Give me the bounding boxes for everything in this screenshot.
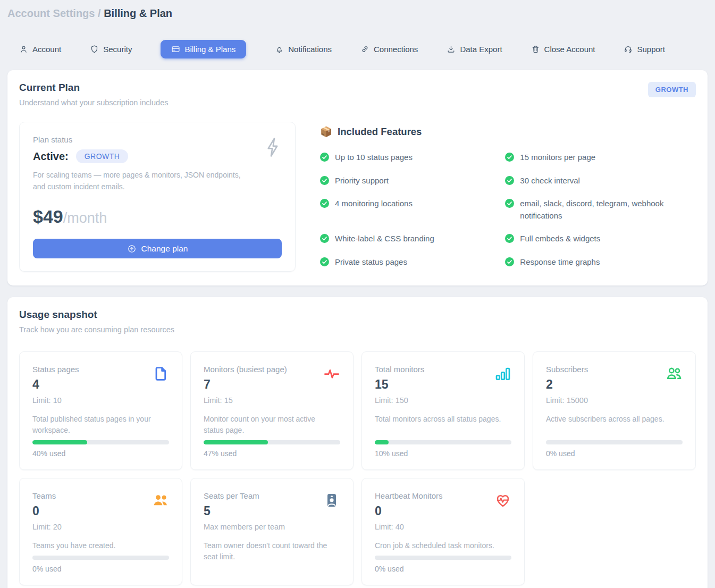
usage-percent-label: 40% used [32, 449, 169, 458]
usage-value: 15 [375, 377, 511, 392]
check-circle-icon [320, 257, 329, 266]
features-list: Up to 10 status pages 15 monitors per pa… [320, 152, 696, 268]
tab-label: Billing & Plans [184, 45, 235, 54]
usage-value: 7 [204, 377, 340, 392]
progress-track [204, 440, 340, 444]
breadcrumb-section[interactable]: Account Settings [7, 7, 95, 19]
check-circle-icon [320, 176, 329, 185]
progress-fill [375, 440, 389, 444]
usage-card-total-monitors: Total monitors 15 Limit: 150 Total monit… [361, 351, 525, 470]
progress-fill [32, 440, 87, 444]
tab-label: Security [103, 45, 132, 54]
settings-tab-bar: Account Security Billing & Plans Notific… [7, 40, 708, 58]
usage-percent-label: 0% used [375, 565, 511, 573]
usage-grid: Status pages 4 Limit: 10 Total published… [19, 351, 696, 585]
plan-description: For scaling teams — more pages & monitor… [33, 170, 251, 192]
usage-limit: Max members per team [204, 523, 340, 531]
usage-card-status-pages: Status pages 4 Limit: 10 Total published… [19, 351, 182, 470]
heartbeat-icon [494, 492, 511, 509]
download-icon [447, 45, 456, 54]
check-circle-icon [505, 257, 514, 266]
progress-track [375, 440, 511, 444]
progress-track [546, 440, 683, 444]
usage-card-monitors-busiest: Monitors (busiest page) 7 Limit: 15 Moni… [190, 351, 354, 470]
usage-snapshot-panel: Usage snapshot Track how you are consumi… [7, 297, 708, 588]
tab-support[interactable]: Support [624, 45, 665, 54]
trash-icon [531, 45, 540, 54]
usage-description: Active subscribers across all pages. [546, 414, 683, 436]
feature-item: email, slack, discord, telegram, webhook… [505, 198, 696, 222]
usage-card-subscribers: Subscribers 2 Limit: 15000 Active subscr… [533, 351, 696, 470]
usage-limit: Limit: 20 [32, 523, 169, 531]
usage-card-heartbeat-monitors: Heartbeat Monitors 0 Limit: 40 Cron job … [361, 478, 525, 585]
tab-close-account[interactable]: Close Account [531, 45, 595, 54]
plan-period: /month [63, 210, 107, 226]
tab-account[interactable]: Account [19, 45, 61, 54]
usage-limit: Limit: 10 [32, 396, 169, 405]
subscribers-icon [666, 365, 683, 382]
feature-item: 15 monitors per page [505, 152, 696, 164]
usage-percent-label: 0% used [546, 449, 683, 458]
tab-label: Connections [374, 45, 418, 54]
check-circle-icon [505, 153, 514, 162]
usage-description: Team owner doesn't count toward the seat… [204, 540, 340, 573]
usage-description: Cron job & scheduled task monitors. [375, 540, 511, 551]
plan-status-value: Active: [33, 150, 69, 163]
tab-label: Data Export [460, 45, 502, 54]
plan-tier-badge: GROWTH [648, 82, 696, 97]
id-badge-icon [323, 492, 340, 509]
feature-item: Up to 10 status pages [320, 152, 500, 164]
change-plan-label: Change plan [141, 244, 188, 254]
teams-icon [152, 492, 169, 509]
feature-item: White-label & CSS branding [320, 233, 500, 245]
feature-item: Response time graphs [505, 256, 696, 268]
usage-description: Total published status pages in your wor… [32, 414, 169, 436]
bar-chart-icon [494, 365, 511, 382]
document-icon [152, 365, 169, 382]
tab-notifications[interactable]: Notifications [275, 45, 332, 54]
plan-status-card: Plan status Active: GROWTH For scaling t… [19, 122, 296, 272]
usage-value: 0 [375, 504, 511, 518]
headset-icon [624, 45, 633, 54]
check-circle-icon [320, 234, 329, 243]
page-title: Billing & Plan [104, 7, 172, 19]
tab-connections[interactable]: Connections [360, 45, 418, 54]
usage-value: 4 [32, 377, 169, 392]
usage-description: Monitor count on your most active status… [204, 414, 340, 436]
pulse-icon [323, 365, 340, 382]
billing-plan-page: Account Settings / Billing & Plan Accoun… [0, 0, 715, 588]
check-circle-icon [505, 176, 514, 185]
usage-value: 2 [546, 377, 683, 392]
plan-price: $49 [33, 206, 63, 226]
tab-data-export[interactable]: Data Export [447, 45, 502, 54]
included-features-title: Included Features [338, 126, 422, 138]
progress-track [375, 556, 511, 560]
lightning-icon [263, 136, 282, 161]
usage-description: Total monitors across all status pages. [375, 414, 511, 436]
usage-limit: Limit: 15 [204, 396, 340, 405]
current-plan-subtitle: Understand what your subscription includ… [19, 98, 168, 107]
package-icon: 📦 [320, 126, 332, 138]
feature-item: 4 monitoring locations [320, 198, 500, 210]
usage-card-seats-per-team: Seats per Team 5 Max members per team Te… [190, 478, 354, 585]
link-icon [360, 45, 369, 54]
upgrade-arrow-icon [127, 244, 137, 254]
usage-card-teams: Teams 0 Limit: 20 Teams you have created… [19, 478, 182, 585]
current-plan-title: Current Plan [19, 82, 168, 94]
tab-label: Account [32, 45, 61, 54]
tab-security[interactable]: Security [90, 45, 132, 54]
feature-item: 30 check interval [505, 175, 696, 187]
tab-billing-plans[interactable]: Billing & Plans [161, 40, 246, 58]
shield-icon [90, 45, 99, 54]
breadcrumb-separator: / [95, 7, 104, 19]
tab-label: Notifications [288, 45, 332, 54]
check-circle-icon [320, 153, 329, 162]
check-circle-icon [505, 199, 514, 208]
check-circle-icon [320, 199, 329, 208]
feature-item: Full embeds & widgets [505, 233, 696, 245]
feature-item: Priority support [320, 175, 500, 187]
usage-description: Teams you have created. [32, 540, 169, 551]
usage-percent-label: 0% used [32, 565, 169, 573]
change-plan-button[interactable]: Change plan [33, 239, 282, 258]
tab-label: Close Account [544, 45, 595, 54]
